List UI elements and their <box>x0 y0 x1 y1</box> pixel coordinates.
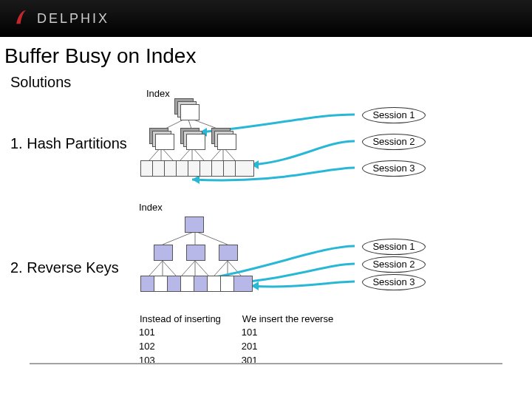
table-row: 102 201 <box>139 339 354 353</box>
cell-orig: 102 <box>139 339 242 353</box>
svg-line-17 <box>195 231 228 245</box>
tree-node <box>186 134 205 150</box>
tree-node <box>217 134 236 150</box>
brand-logo: DELPHIX <box>15 10 109 27</box>
svg-line-21 <box>182 261 195 276</box>
reverse-table: Instead of inserting We insert the rever… <box>139 313 354 367</box>
swoosh-icon <box>15 9 35 25</box>
slide-header: DELPHIX <box>0 0 532 37</box>
tree-leaf <box>233 276 253 292</box>
tree-leaf <box>235 160 254 177</box>
svg-line-15 <box>163 231 195 245</box>
slide-title: Buffer Busy on Index <box>4 44 532 68</box>
diagram-hash-partitions: Index <box>133 88 473 206</box>
session-ellipse: Session 3 <box>362 160 426 177</box>
tree-node <box>186 245 205 261</box>
table-header: We insert the reverse <box>242 313 354 325</box>
svg-line-23 <box>195 261 208 276</box>
session-ellipse: Session 1 <box>362 239 426 255</box>
table-header: Instead of inserting <box>139 313 242 325</box>
footer-divider <box>30 363 502 364</box>
session-ellipse: Session 3 <box>362 274 426 290</box>
table-row: 103 301 <box>139 353 354 367</box>
session-ellipse: Session 2 <box>362 134 426 150</box>
cell-orig: 103 <box>139 353 242 367</box>
cell-orig: 101 <box>139 325 242 339</box>
svg-line-26 <box>228 261 241 276</box>
session-ellipse: Session 1 <box>362 107 426 123</box>
svg-line-24 <box>214 261 228 276</box>
index-label-1: Index <box>146 88 170 99</box>
svg-line-20 <box>163 261 176 276</box>
tree-node <box>155 134 174 150</box>
cell-rev: 101 <box>242 325 354 339</box>
diagram-reverse-keys: Index <box>133 202 473 313</box>
tree-node <box>185 216 204 233</box>
tree-node <box>219 245 238 261</box>
brand-name: DELPHIX <box>37 11 109 27</box>
session-ellipse: Session 2 <box>362 256 426 273</box>
tree-node <box>180 104 200 120</box>
table-row: 101 101 <box>139 325 354 339</box>
cell-rev: 201 <box>242 339 354 353</box>
cell-rev: 301 <box>242 353 354 367</box>
table-header-row: Instead of inserting We insert the rever… <box>139 313 354 325</box>
solution-1-label: 1. Hash Partitions <box>10 135 127 152</box>
svg-line-18 <box>149 261 163 276</box>
tree-node <box>154 245 173 261</box>
solution-2-label: 2. Reverse Keys <box>10 259 119 276</box>
index-label-2: Index <box>139 202 163 213</box>
